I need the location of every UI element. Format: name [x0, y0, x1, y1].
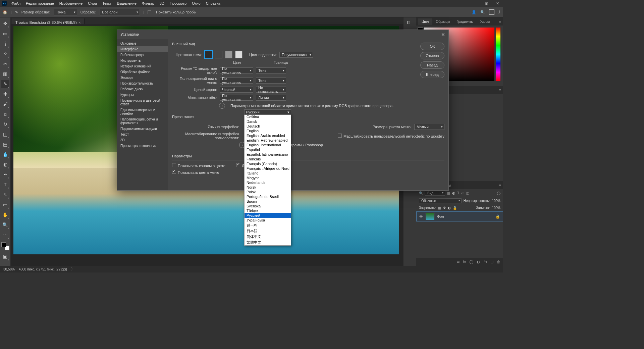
pref-category[interactable]: Единицы измерения и линейки [117, 107, 168, 116]
pref-category[interactable]: Экспорт [117, 75, 168, 81]
crop-tool[interactable]: ✂ [1, 60, 9, 68]
trash-icon[interactable]: 🗑 [497, 260, 500, 264]
wand-tool[interactable]: ✧ [1, 50, 9, 58]
menu-view[interactable]: Просмотр [167, 1, 189, 6]
language-option[interactable]: Türkçe [245, 208, 291, 213]
menu-layers[interactable]: Слои [85, 1, 100, 6]
artboard-border-dropdown[interactable]: Линия [256, 95, 286, 101]
fsmenu-color-dropdown[interactable]: По умолчанию [220, 78, 253, 84]
language-option[interactable]: Русский [245, 213, 291, 218]
sample-source-dropdown[interactable]: Все слои [100, 9, 140, 15]
tab-color[interactable]: Цвет [418, 18, 432, 25]
shape-tool[interactable]: ▭ [1, 201, 9, 209]
layer-item[interactable]: 👁 Фон 🔒 [416, 211, 503, 221]
doc-info[interactable]: 4800 пикс. x 2751 пикс. (72 ppi) [19, 267, 67, 271]
fs-color-dropdown[interactable]: Черный [220, 87, 253, 93]
language-option[interactable]: Português do Brasil [245, 194, 291, 199]
tab-swatches[interactable]: Образцы [432, 18, 453, 25]
language-option[interactable]: 繁體中文 [245, 240, 291, 245]
language-option[interactable]: Español: latinoamericano [245, 152, 291, 157]
lock-pixels-icon[interactable]: ▦ [438, 206, 441, 210]
panel-menu-icon[interactable]: ≡ [497, 19, 503, 23]
language-option[interactable]: 简体中文 [245, 234, 291, 240]
language-option[interactable]: Polski [245, 190, 291, 194]
hand-tool[interactable]: ✋ [1, 211, 9, 219]
font-size-dropdown[interactable]: Малый [414, 124, 444, 130]
layer-thumb[interactable] [426, 213, 434, 220]
pref-category[interactable]: Основные [117, 41, 168, 46]
language-option[interactable]: Suomi [245, 199, 291, 204]
language-option[interactable]: 日本語 [245, 228, 291, 234]
fill-value[interactable]: 100% [492, 206, 500, 210]
language-option[interactable]: Čeština [245, 114, 291, 119]
fs-border-dropdown[interactable]: Не показывать [256, 87, 286, 93]
layer-filter-dropdown[interactable]: Вид [425, 191, 445, 196]
path-tool[interactable]: ↖ [1, 191, 9, 199]
language-option[interactable]: English: Arabic enabled [245, 133, 291, 138]
opacity-value[interactable]: 100% [492, 199, 500, 203]
close-icon[interactable]: ✕ [494, 1, 501, 6]
layer-name[interactable]: Фон [437, 214, 444, 218]
menu-select[interactable]: Выделение [114, 1, 139, 6]
artboard-color-dropdown[interactable]: По умолчанию [220, 95, 253, 101]
cancel-button[interactable]: Отмена [420, 52, 444, 59]
dynamic-checkbox[interactable] [236, 163, 240, 167]
hue-slider[interactable] [496, 28, 500, 81]
share-icon[interactable]: ⤴ [498, 10, 500, 14]
prev-button[interactable]: Назад [420, 61, 444, 69]
menu-text[interactable]: Текст [100, 1, 114, 6]
fx-icon[interactable]: fx [463, 260, 466, 264]
scale-to-font-checkbox[interactable] [338, 134, 342, 138]
zoom-tool[interactable]: 🔍 [1, 221, 9, 229]
dodge-tool[interactable]: ◐ [1, 160, 9, 168]
eyedropper-tool-icon[interactable]: ✎ [15, 10, 18, 14]
new-layer-icon[interactable]: ⊞ [490, 260, 493, 264]
blur-tool[interactable]: 💧 [1, 150, 9, 158]
heal-tool[interactable]: ✚ [1, 90, 9, 98]
dialog-close-icon[interactable]: ✕ [441, 32, 445, 37]
cloud-docs-icon[interactable]: 👤 [472, 10, 476, 14]
language-option[interactable]: Norsk [245, 185, 291, 190]
language-option[interactable]: Français [245, 157, 291, 161]
edit-toolbar[interactable]: ⋯ [1, 231, 9, 239]
highlight-color-dropdown[interactable]: По умолчанию [279, 52, 313, 58]
eyedropper-tool[interactable]: ✎ [1, 80, 9, 88]
menu-filter[interactable]: Фильтр [139, 1, 157, 6]
language-option[interactable]: Svenska [245, 204, 291, 208]
language-option[interactable]: 한국어 [245, 222, 291, 228]
sampling-ring-checkbox[interactable] [148, 10, 151, 14]
language-option[interactable]: Українська [245, 218, 291, 222]
move-tool[interactable]: ✥ [1, 19, 9, 28]
standard-border-dropdown[interactable]: Тень [256, 67, 286, 73]
fg-bg-colors[interactable] [1, 242, 9, 250]
gradient-tool[interactable]: ▤ [1, 140, 9, 148]
language-option[interactable]: Dansk [245, 119, 291, 124]
ui-language-dropdown[interactable]: Русский [244, 109, 291, 115]
pref-category[interactable]: История изменений [117, 63, 168, 69]
pref-category[interactable]: Производительность [117, 81, 168, 86]
language-option[interactable]: Italiano [245, 171, 291, 176]
panel-toggle-icon[interactable]: ◧ [407, 20, 413, 27]
sample-size-dropdown[interactable]: Точка [54, 9, 77, 15]
lasso-tool[interactable]: ⟆ [1, 40, 9, 48]
tab-gradients[interactable]: Градиенты [453, 18, 477, 25]
search-icon[interactable]: 🔍 [480, 10, 485, 14]
ok-button[interactable]: ОК [420, 43, 444, 50]
brush-tool[interactable]: 🖌 [1, 100, 9, 108]
menu-edit[interactable]: Редактирование [23, 1, 57, 6]
maximize-icon[interactable]: ▣ [483, 1, 490, 6]
standard-color-dropdown[interactable]: По умолчанию [220, 67, 253, 73]
panel-menu-icon[interactable]: ≡ [497, 88, 503, 92]
channels-color-checkbox[interactable] [172, 163, 176, 167]
blend-mode-dropdown[interactable]: Обычные [419, 198, 462, 203]
stamp-tool[interactable]: ⧈ [1, 110, 9, 118]
minimize-icon[interactable]: — [471, 1, 479, 6]
link-icon[interactable]: ⧉ [457, 260, 460, 264]
panel-menu-icon[interactable]: ≡ [497, 183, 503, 187]
history-brush-tool[interactable]: ↻ [1, 120, 9, 128]
zoom-value[interactable]: 30,58% [3, 267, 15, 271]
filter-type-icon[interactable]: T [457, 191, 459, 195]
pref-category[interactable]: Рабочие диски [117, 86, 168, 92]
lock-position-icon[interactable]: ✥ [443, 206, 446, 210]
filter-shape-icon[interactable]: ▭ [461, 191, 464, 195]
